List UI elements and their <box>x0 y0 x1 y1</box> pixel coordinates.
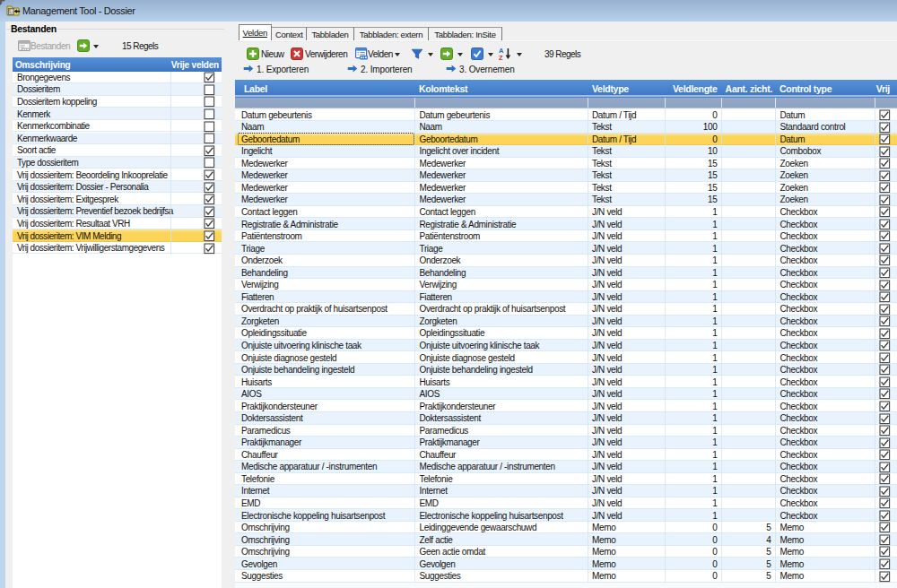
svg-text:Z: Z <box>499 54 503 60</box>
